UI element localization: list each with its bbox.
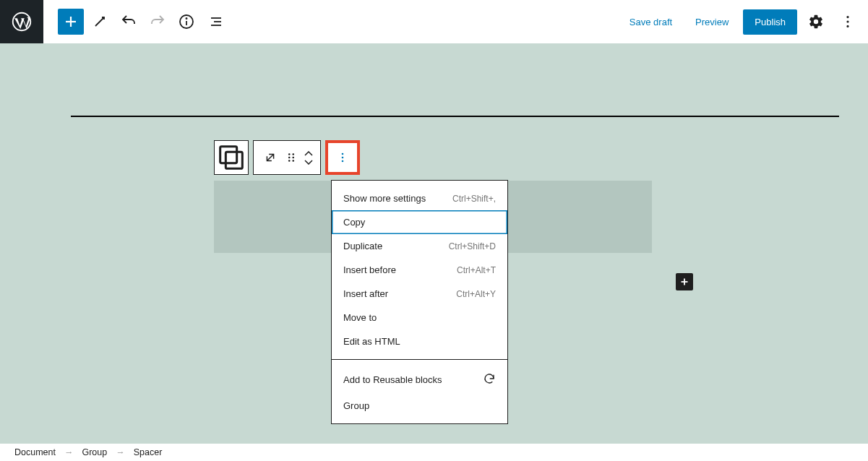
toolbar-left [43,9,228,35]
menu-add-reusable[interactable]: Add to Reusable blocks [332,366,507,394]
menu-insert-after[interactable]: Insert after Ctrl+Alt+Y [332,282,507,306]
menu-label: Copy [343,217,365,228]
menu-show-more-settings[interactable]: Show more settings Ctrl+Shift+, [332,186,507,210]
svg-rect-13 [225,152,242,168]
svg-point-9 [846,16,848,18]
settings-icon[interactable] [803,9,829,35]
menu-label: Insert after [343,288,388,299]
breadcrumb-arrow: → [116,447,125,457]
more-options-icon[interactable] [835,9,861,35]
menu-move-to[interactable]: Move to [332,306,507,329]
svg-point-17 [292,157,294,159]
breadcrumb-document[interactable]: Document [14,447,56,457]
info-button[interactable] [173,9,199,35]
menu-label: Duplicate [343,241,382,251]
menu-group[interactable]: Group [332,394,507,418]
menu-insert-before[interactable]: Insert before Ctrl+Alt+T [332,258,507,282]
svg-point-20 [342,153,344,155]
editor-topbar: Save draft Preview Publish [0,0,868,43]
svg-point-14 [288,153,291,155]
publish-button[interactable]: Publish [743,9,797,35]
menu-copy[interactable]: Copy [332,210,507,234]
undo-button[interactable] [116,9,142,35]
menu-label: Add to Reusable blocks [343,374,442,385]
edit-mode-button[interactable] [87,9,113,35]
svg-point-15 [292,153,294,155]
move-up-icon[interactable] [304,151,314,157]
refresh-icon [483,372,496,387]
menu-shortcut: Ctrl+Shift+D [449,241,496,251]
menu-label: Move to [343,312,377,323]
add-block-button[interactable] [58,9,84,35]
block-toolbar [214,140,360,175]
menu-duplicate[interactable]: Duplicate Ctrl+Shift+D [332,234,507,258]
menu-shortcut: Ctrl+Alt+T [457,265,496,275]
block-more-options-button[interactable] [325,140,360,175]
svg-point-11 [846,25,848,27]
separator-block[interactable] [71,116,839,117]
menu-label: Show more settings [343,193,426,204]
svg-point-21 [342,157,344,159]
block-breadcrumb: Document → Group → Spacer [0,444,868,461]
breadcrumb-group[interactable]: Group [82,447,107,457]
block-options-menu: Show more settings Ctrl+Shift+, Copy Dup… [331,180,508,424]
drag-handle-icon[interactable] [281,140,301,175]
svg-point-10 [846,20,848,22]
preview-button[interactable]: Preview [687,11,737,33]
breadcrumb-arrow: → [64,447,74,457]
move-down-icon[interactable] [304,159,314,165]
svg-point-5 [186,18,186,19]
menu-label: Insert before [343,264,396,275]
svg-point-18 [288,160,291,162]
outline-button[interactable] [202,9,228,35]
svg-point-19 [292,160,294,162]
menu-shortcut: Ctrl+Alt+Y [456,289,496,299]
menu-label: Group [343,400,369,411]
redo-button[interactable] [145,9,171,35]
save-draft-button[interactable]: Save draft [621,11,681,33]
svg-rect-12 [220,147,237,163]
breadcrumb-spacer[interactable]: Spacer [134,447,163,457]
block-type-icon[interactable] [259,140,281,175]
wordpress-logo[interactable] [0,0,43,43]
menu-edit-html[interactable]: Edit as HTML [332,329,507,353]
menu-label: Edit as HTML [343,336,400,347]
inline-add-block-button[interactable] [676,273,693,290]
parent-block-button[interactable] [214,140,249,175]
menu-shortcut: Ctrl+Shift+, [452,194,496,204]
svg-point-16 [288,157,291,159]
editor-canvas: Show more settings Ctrl+Shift+, Copy Dup… [43,43,868,444]
svg-point-22 [342,160,344,163]
toolbar-right: Save draft Preview Publish [621,9,868,35]
